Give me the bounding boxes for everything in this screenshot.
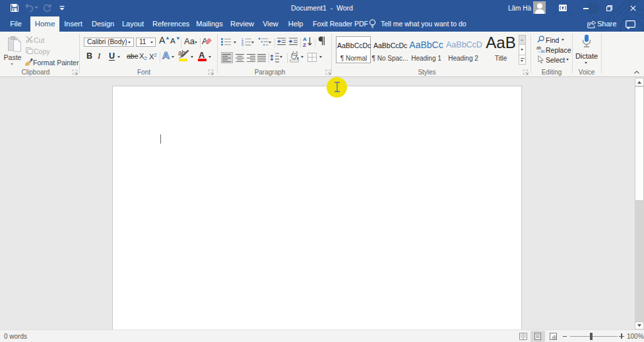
svg-text:Z: Z xyxy=(303,42,306,47)
svg-text:→ac: →ac xyxy=(536,49,545,53)
svg-text:3: 3 xyxy=(242,43,243,46)
